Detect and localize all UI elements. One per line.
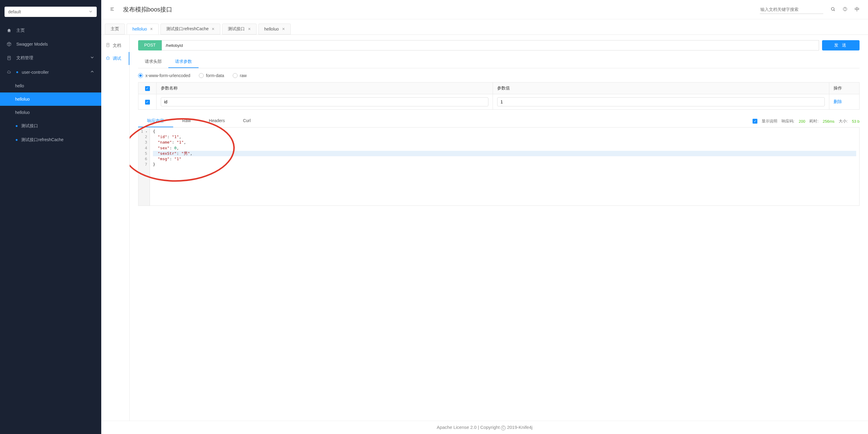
url-input[interactable] <box>162 40 819 51</box>
help-icon[interactable] <box>843 7 847 12</box>
footer: Apache License 2.0 | Copyright C 2019-Kn… <box>101 421 868 434</box>
tab-test-refresh[interactable]: 测试接口refreshCache ✕ <box>160 24 220 34</box>
tab-helloluo-2[interactable]: helloluo ✕ <box>258 24 290 34</box>
size-label: 大小: <box>839 119 848 124</box>
sidebar-item-swagger-models[interactable]: Swagger Models <box>0 37 101 51</box>
chevron-down-icon <box>90 55 95 61</box>
home-icon <box>7 28 11 33</box>
sidebar-item-label: Swagger Models <box>16 42 48 46</box>
language-toggle[interactable]: 中 <box>855 6 860 13</box>
api-group-select[interactable]: default <box>4 7 97 17</box>
chevron-up-icon <box>90 69 95 75</box>
tab-label: 测试接口refreshCache <box>166 26 209 32</box>
time-label: 耗时: <box>809 119 818 124</box>
response-head: 响应内容 Raw Headers Curl ✓ 显示说明 响应码: 200 耗时… <box>138 115 860 127</box>
footer-text-left: Apache License 2.0 | Copyright <box>437 425 501 430</box>
tab-home[interactable]: 主页 <box>105 24 125 34</box>
param-value-input[interactable] <box>497 97 825 106</box>
col-action: 操作 <box>829 83 860 94</box>
sidebar-sub-hello[interactable]: hello <box>0 79 101 92</box>
sidebar-item-user-controller[interactable]: user-controller <box>0 65 101 79</box>
copyright-icon: C <box>501 426 506 430</box>
svg-point-6 <box>831 7 834 10</box>
search-icon[interactable] <box>831 7 835 12</box>
sidebar-item-doc-manage[interactable]: 文档管理 <box>0 51 101 65</box>
tabs-row: 主页 helloluo ✕ 测试接口refreshCache ✕ 测试接口 ✕ … <box>101 19 868 34</box>
sidebar-item-label: 测试接口 <box>21 123 38 129</box>
chevron-down-icon <box>88 9 93 15</box>
content-type-row: x-www-form-urlencoded form-data raw <box>138 73 860 78</box>
svg-line-18 <box>109 59 110 59</box>
radio-urlencoded[interactable]: x-www-form-urlencoded <box>138 73 190 78</box>
checkbox-all[interactable]: ✓ <box>145 86 150 91</box>
subtab-params[interactable]: 请求参数 <box>168 56 198 68</box>
tab-label: helloluo <box>264 27 279 31</box>
left-tabs: 文档 调试 <box>101 35 130 421</box>
document-icon <box>7 56 11 60</box>
tab-label: helloluo <box>132 27 147 31</box>
code-label: 响应码: <box>781 119 795 124</box>
tab-test-api[interactable]: 测试接口 ✕ <box>222 24 256 34</box>
footer-text-right: 2019-Knife4j <box>507 425 532 430</box>
send-button[interactable]: 发 送 <box>822 40 860 51</box>
code-lines[interactable]: { "id": "1", "name": "1", "sex": 0, "sex… <box>150 128 859 206</box>
status-dot <box>16 139 18 141</box>
sidebar-item-label: hello <box>15 84 24 88</box>
code-value: 200 <box>799 119 805 124</box>
param-table: ✓ 参数名称 参数值 操作 ✓ 删除 <box>138 82 860 110</box>
checkbox-row[interactable]: ✓ <box>145 100 150 104</box>
line-gutter: 1 ▾234567 <box>138 128 150 206</box>
subtab-headers[interactable]: 请求头部 <box>138 56 168 68</box>
size-value: 53 b <box>852 119 860 124</box>
param-name-input[interactable] <box>161 97 488 106</box>
request-line: POST 发 送 <box>138 40 860 51</box>
left-tab-doc[interactable]: 文档 <box>101 39 129 52</box>
request-subtabs: 请求头部 请求参数 <box>138 56 860 68</box>
time-value: 256ms <box>823 119 834 124</box>
cloud-icon <box>7 70 11 75</box>
resptab-curl[interactable]: Curl <box>234 115 260 127</box>
close-icon[interactable]: ✕ <box>212 27 215 31</box>
sidebar-sub-helloluo[interactable]: helloluo <box>0 92 101 106</box>
tab-label: 测试接口 <box>228 26 245 32</box>
response-body: 1 ▾234567 { "id": "1", "name": "1", "sex… <box>138 127 860 206</box>
status-dot <box>16 71 18 73</box>
col-name: 参数名称 <box>157 83 493 94</box>
sidebar-item-label: 文档管理 <box>16 55 33 61</box>
method-badge: POST <box>138 40 162 51</box>
sidebar-sub-helloluo-2[interactable]: helloluo <box>0 106 101 119</box>
delete-button[interactable]: 删除 <box>834 99 842 104</box>
svg-point-13 <box>107 57 109 60</box>
document-icon <box>105 42 110 49</box>
show-desc-label: 显示说明 <box>762 119 777 124</box>
resptab-content[interactable]: 响应内容 <box>138 115 173 127</box>
show-desc-checkbox[interactable]: ✓ <box>752 119 757 124</box>
tab-helloluo[interactable]: helloluo ✕ <box>127 24 159 34</box>
radio-icon <box>199 73 204 78</box>
close-icon[interactable]: ✕ <box>248 27 251 31</box>
radio-label: form-data <box>206 73 224 78</box>
main: 发布模拟boos接口 中 主页 helloluo ✕ 测试接口refreshCa… <box>101 0 868 434</box>
sidebar-item-label: helloluo <box>15 97 30 101</box>
resptab-headers[interactable]: Headers <box>200 115 234 127</box>
bug-icon <box>105 56 110 61</box>
resptab-raw[interactable]: Raw <box>173 115 200 127</box>
col-value: 参数值 <box>493 83 829 94</box>
radio-label: raw <box>240 73 247 78</box>
sidebar-sub-test-api[interactable]: 测试接口 <box>0 119 101 133</box>
radio-formdata[interactable]: form-data <box>199 73 224 78</box>
sidebar: default 主页 Swagger Models <box>0 0 101 434</box>
menu-toggle-icon[interactable] <box>110 7 115 12</box>
sidebar-item-label: helloluo <box>15 110 30 115</box>
search-input[interactable] <box>760 5 823 14</box>
close-icon[interactable]: ✕ <box>282 27 285 31</box>
api-group-value: default <box>8 9 88 14</box>
radio-raw[interactable]: raw <box>233 73 247 78</box>
close-icon[interactable]: ✕ <box>150 27 153 31</box>
sidebar-item-home[interactable]: 主页 <box>0 24 101 37</box>
left-tab-debug[interactable]: 调试 <box>101 52 129 65</box>
sidebar-sub-test-refresh[interactable]: 测试接口refreshCache <box>0 133 101 147</box>
topbar: 发布模拟boos接口 中 <box>101 0 868 19</box>
table-row: ✓ 删除 <box>138 94 860 110</box>
radio-icon <box>138 73 143 78</box>
